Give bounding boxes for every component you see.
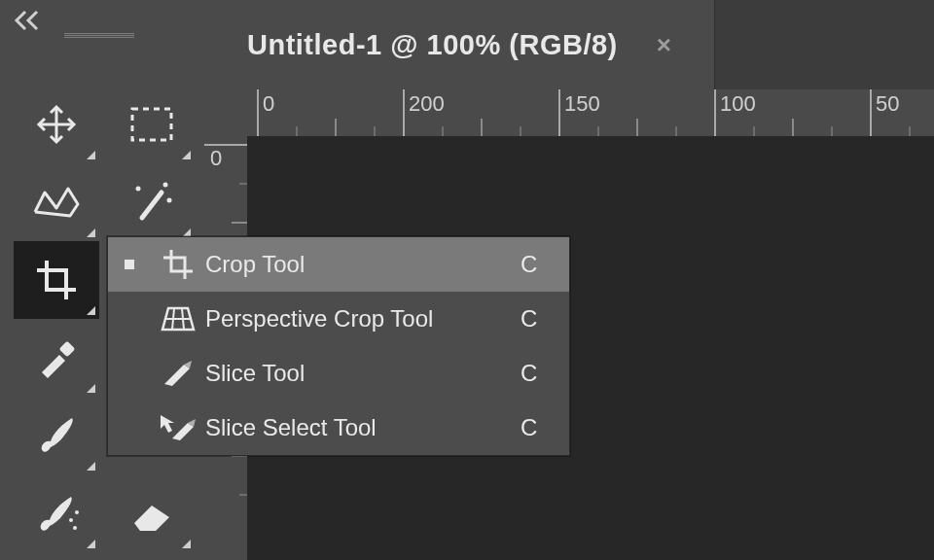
svg-line-3 — [142, 192, 162, 218]
brush-icon — [33, 412, 80, 459]
flyout-item-crop[interactable]: Crop Tool C — [108, 237, 569, 292]
crop-icon — [151, 248, 205, 281]
crop-tool-flyout: Crop Tool C Perspective Crop Tool C Slic… — [107, 236, 570, 456]
panel-header — [0, 0, 204, 41]
ruler-tick-label: 0 — [263, 91, 274, 117]
perspective-crop-icon — [151, 304, 205, 333]
flyout-item-label: Slice Tool — [205, 360, 521, 387]
slice-select-icon — [151, 413, 205, 442]
ruler-tick-label: 200 — [409, 91, 445, 117]
magic-wand-icon — [128, 179, 175, 226]
marquee-tool[interactable] — [109, 86, 195, 163]
slice-icon — [151, 359, 205, 388]
collapse-panel-button[interactable] — [14, 10, 49, 35]
lasso-icon — [31, 183, 82, 222]
svg-marker-15 — [161, 415, 174, 433]
eraser-tool[interactable] — [109, 474, 195, 552]
flyout-item-label: Crop Tool — [205, 251, 521, 278]
app-root: Untitled-1 @ 100% (RGB/8) × 0 200 150 10… — [0, 0, 934, 560]
flyout-item-slice[interactable]: Slice Tool C — [108, 346, 569, 401]
move-tool[interactable] — [14, 86, 99, 163]
svg-rect-2 — [132, 109, 171, 140]
brush-tool[interactable] — [14, 397, 99, 474]
flyout-item-label: Slice Select Tool — [205, 414, 521, 441]
close-tab-button[interactable]: × — [657, 30, 671, 60]
horizontal-ruler[interactable]: 0 200 150 100 50 — [247, 89, 934, 136]
clone-stamp-icon — [32, 491, 81, 536]
crop-icon — [33, 257, 80, 303]
ruler-tick-label: 0 — [210, 146, 222, 171]
flyout-item-slice-select[interactable]: Slice Select Tool C — [108, 401, 569, 455]
document-tab[interactable]: Untitled-1 @ 100% (RGB/8) × — [204, 0, 715, 89]
lasso-tool[interactable] — [14, 163, 99, 241]
crop-tool[interactable] — [14, 241, 99, 319]
svg-point-8 — [69, 518, 73, 522]
flyout-item-label: Perspective Crop Tool — [205, 305, 521, 332]
eyedropper-icon — [34, 335, 79, 380]
active-indicator-icon — [108, 260, 151, 269]
marquee-icon — [128, 105, 175, 144]
flyout-item-shortcut: C — [521, 414, 569, 441]
svg-rect-7 — [59, 341, 76, 358]
tab-bar: Untitled-1 @ 100% (RGB/8) × — [204, 0, 934, 89]
svg-point-6 — [167, 198, 172, 203]
ruler-tick-label: 50 — [876, 91, 899, 117]
magic-wand-tool[interactable] — [109, 163, 195, 241]
svg-point-10 — [73, 526, 77, 530]
clone-stamp-tool[interactable] — [14, 474, 99, 552]
ruler-tick-label: 100 — [720, 91, 756, 117]
drag-grip-icon[interactable] — [64, 33, 134, 39]
flyout-item-shortcut: C — [521, 251, 569, 278]
eyedropper-tool[interactable] — [14, 319, 99, 397]
svg-point-4 — [136, 187, 141, 192]
document-tab-title: Untitled-1 @ 100% (RGB/8) — [247, 29, 618, 61]
flyout-item-shortcut: C — [521, 305, 569, 332]
eraser-icon — [128, 494, 175, 533]
svg-point-5 — [163, 183, 168, 188]
move-icon — [33, 101, 80, 148]
flyout-item-perspective-crop[interactable]: Perspective Crop Tool C — [108, 292, 569, 346]
chevrons-left-icon — [14, 10, 49, 31]
svg-point-9 — [75, 510, 79, 514]
ruler-tick-label: 150 — [564, 91, 600, 117]
flyout-item-shortcut: C — [521, 360, 569, 387]
